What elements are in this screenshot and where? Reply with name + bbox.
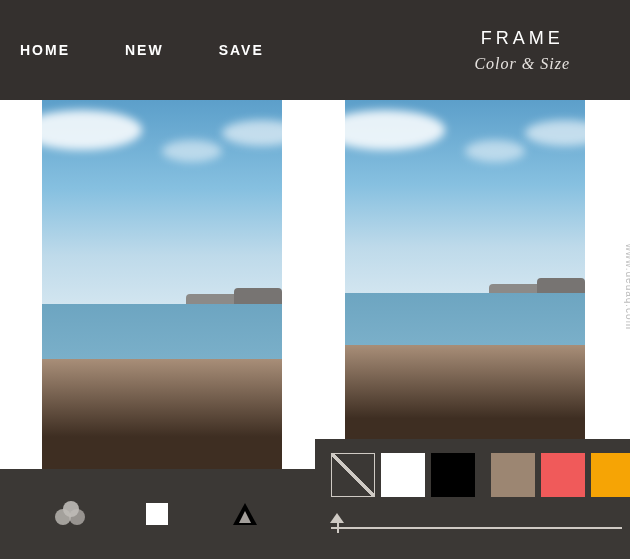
- frame-button[interactable]: [139, 496, 175, 532]
- color-swatches: [315, 453, 630, 497]
- topbar: HOME NEW SAVE FRAME Color & Size: [0, 0, 630, 100]
- swatch-black[interactable]: [431, 453, 475, 497]
- slider-thumb[interactable]: [330, 513, 344, 523]
- topbar-nav: HOME NEW SAVE: [0, 42, 264, 58]
- frame-title: FRAME: [474, 28, 570, 49]
- size-slider[interactable]: [315, 515, 630, 533]
- swatch-white[interactable]: [381, 453, 425, 497]
- frame-icon: [146, 503, 168, 525]
- home-button[interactable]: HOME: [20, 42, 70, 58]
- frame-panel: [315, 439, 630, 559]
- filters-icon: [55, 501, 85, 527]
- tool-bar: [0, 469, 315, 559]
- swatch-amber[interactable]: [591, 453, 630, 497]
- canvas-image[interactable]: [345, 100, 585, 450]
- shape-icon: [231, 501, 259, 527]
- swatch-taupe[interactable]: [491, 453, 535, 497]
- slider-track: [331, 527, 622, 529]
- shape-button[interactable]: [227, 496, 263, 532]
- canvas-image[interactable]: [42, 100, 282, 470]
- content: www.deuaq.com: [0, 100, 630, 559]
- watermark: www.deuaq.com: [624, 243, 630, 329]
- swatch-none[interactable]: [331, 453, 375, 497]
- save-button[interactable]: SAVE: [219, 42, 264, 58]
- filters-button[interactable]: [52, 496, 88, 532]
- new-button[interactable]: NEW: [125, 42, 164, 58]
- frame-subtitle: Color & Size: [474, 55, 570, 73]
- swatch-coral[interactable]: [541, 453, 585, 497]
- section-label: FRAME Color & Size: [474, 28, 570, 73]
